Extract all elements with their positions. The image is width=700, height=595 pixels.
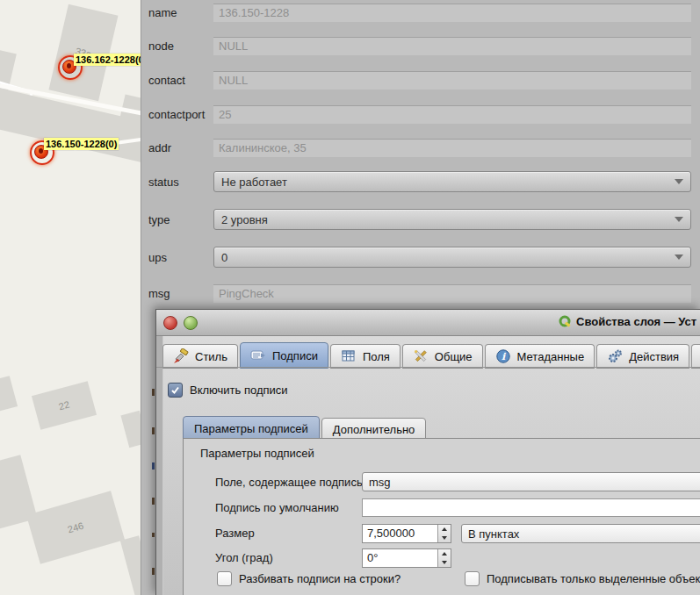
- dialog-title: Свойства слоя — Уст: [559, 315, 696, 328]
- clipped-text-fragment: [152, 427, 155, 434]
- tab-label: Метаданные: [517, 350, 585, 363]
- marker-dot-icon: [67, 63, 71, 68]
- multiline-row: Разбивать подписи на строки?: [217, 571, 401, 586]
- table-icon: [341, 348, 357, 364]
- field-label-name: name: [148, 6, 213, 19]
- selected-only-label: Подписывать только выделенные объекты: [487, 572, 700, 585]
- close-button[interactable]: [163, 316, 177, 330]
- enable-labels-checkbox[interactable]: [168, 383, 183, 398]
- selected-only-row: Подписывать только выделенные объекты: [465, 571, 700, 586]
- default-label-input[interactable]: [362, 498, 700, 517]
- chevron-down-icon: [675, 254, 683, 260]
- clipped-text-fragment: [152, 533, 155, 537]
- tab-label-parameters[interactable]: Параметры подписей: [183, 416, 320, 441]
- field-text: PingCheck: [219, 287, 274, 300]
- tab-label: Стиль: [195, 350, 227, 363]
- field-label-msg: msg: [148, 287, 213, 300]
- clipped-text-fragment: [152, 498, 155, 505]
- field-row: ups 0: [148, 247, 691, 268]
- clipped-text-fragment: [152, 462, 155, 470]
- spin-buttons[interactable]: [437, 525, 451, 542]
- marker-label: 136.162-1228(0): [74, 54, 148, 66]
- clipped-text-fragment: [152, 568, 155, 575]
- building-22: 22: [32, 381, 97, 430]
- tab-label: Общие: [435, 350, 473, 363]
- tab-metadata[interactable]: i Метаданные: [485, 344, 595, 369]
- size-label: Размер: [215, 527, 255, 540]
- combo-text: В пунктах: [468, 527, 519, 541]
- dialog-tabbar: Стиль Подписи Поля: [162, 342, 700, 369]
- field-row: contact NULL: [148, 69, 691, 90]
- combo-text: 2 уровня: [221, 213, 268, 226]
- chevron-down-icon: [675, 217, 683, 222]
- field-value-contactport[interactable]: 25: [213, 105, 691, 124]
- marker-label: 136.150-1228(0): [44, 138, 119, 150]
- gears-icon: [607, 348, 623, 364]
- field-row: type 2 уровня: [148, 209, 691, 230]
- field-value-node[interactable]: NULL: [213, 37, 691, 55]
- tag-icon: [250, 348, 266, 363]
- enable-labels-row: Включить подписи: [168, 383, 288, 398]
- field-label-status: status: [148, 176, 213, 189]
- tab-label: Поля: [363, 350, 390, 363]
- building-33a: 33a: [48, 4, 118, 101]
- field-value-addr[interactable]: Калининское, 35: [213, 139, 691, 157]
- field-value-contact[interactable]: NULL: [213, 71, 691, 90]
- dialog-body: Стиль Подписи Поля: [156, 336, 700, 595]
- spin-up-icon[interactable]: [438, 525, 451, 534]
- group-title: Параметры подписей: [200, 447, 314, 460]
- field-label-contact: contact: [148, 74, 213, 87]
- tab-overlay[interactable]: Св: [691, 344, 700, 369]
- tab-style[interactable]: Стиль: [162, 344, 238, 369]
- multiline-label: Разбивать подписи на строки?: [239, 572, 401, 585]
- field-value-msg[interactable]: PingCheck: [213, 284, 691, 303]
- paintbrush-icon: [173, 348, 189, 364]
- tab-general[interactable]: Общие: [402, 344, 483, 369]
- enable-labels-label: Включить подписи: [190, 384, 288, 397]
- field-label-addr: addr: [148, 141, 213, 154]
- spin-up-icon[interactable]: [438, 549, 451, 558]
- multiline-checkbox[interactable]: [217, 571, 232, 586]
- ups-dropdown[interactable]: 0: [213, 247, 691, 268]
- field-row: node NULL: [148, 35, 691, 56]
- label-field-dropdown[interactable]: msg: [362, 472, 700, 491]
- field-source-label: Поле, содержащее подпись: [215, 476, 363, 489]
- field-label-node: node: [148, 39, 213, 53]
- chevron-down-icon: [675, 179, 683, 184]
- status-dropdown[interactable]: Не работает: [213, 171, 691, 192]
- spin-value: 0°: [363, 549, 437, 567]
- spin-buttons[interactable]: [437, 549, 451, 567]
- size-unit-dropdown[interactable]: В пунктах: [461, 524, 700, 543]
- tab-pane-divider: [156, 367, 700, 368]
- field-text: 25: [219, 108, 231, 121]
- field-value-name[interactable]: 136.150-1228: [213, 4, 691, 22]
- spin-value: 7,500000: [363, 525, 437, 542]
- tab-actions[interactable]: Действия: [596, 344, 689, 369]
- clipped-text-fragment: [152, 389, 155, 396]
- spin-down-icon[interactable]: [438, 534, 451, 542]
- dialog-left-frame: [156, 336, 163, 595]
- minimize-button[interactable]: [184, 316, 198, 330]
- app-window: 33a 22 246 136.162-1228(0) 136.150-1228(…: [0, 0, 700, 595]
- layer-properties-dialog: Свойства слоя — Уст Стиль Подписи: [155, 309, 700, 595]
- angle-spinbox[interactable]: 0°: [362, 548, 451, 568]
- tab-label: Действия: [629, 350, 679, 363]
- building-number: 246: [67, 520, 85, 535]
- tab-label: Параметры подписей: [194, 422, 308, 435]
- tab-labels[interactable]: Подписи: [240, 342, 328, 369]
- label-parameters-pane: Параметры подписей Поле, содержащее подп…: [183, 438, 700, 595]
- spin-down-icon[interactable]: [438, 558, 451, 567]
- building-number: 22: [58, 399, 71, 412]
- size-spinbox[interactable]: 7,500000: [362, 524, 451, 543]
- type-dropdown[interactable]: 2 уровня: [213, 209, 691, 230]
- default-label-label: Подпись по умолчанию: [215, 501, 339, 514]
- field-label-contactport: contactport: [148, 108, 213, 121]
- field-text: NULL: [219, 74, 248, 87]
- tab-fields[interactable]: Поля: [330, 344, 401, 369]
- selected-only-checkbox[interactable]: [465, 571, 480, 586]
- field-label-type: type: [148, 213, 213, 226]
- marker-dot-icon: [39, 148, 43, 154]
- field-label-ups: ups: [148, 251, 213, 264]
- field-text: Калининское, 35: [219, 141, 307, 154]
- dialog-titlebar[interactable]: Свойства слоя — Уст: [156, 310, 700, 336]
